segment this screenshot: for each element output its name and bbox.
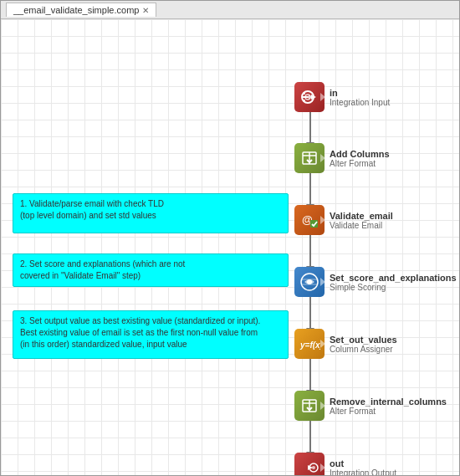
svg-text:y=f(x): y=f(x) (299, 340, 320, 350)
node-set-out-values-label: Set_out_values Column Assigner (330, 335, 397, 354)
node-out-label: out Integration Output (330, 458, 396, 476)
node-set-score-label: Set_score_and_explanations Simple Scorin… (330, 273, 457, 292)
node-validate-email[interactable]: @ Validate_email Validate Email (294, 205, 393, 235)
tab-close-button[interactable]: ✕ (142, 6, 149, 15)
node-add-columns[interactable]: Add Columns Alter Format (294, 143, 390, 173)
title-bar: __email_validate_simple.comp ✕ (1, 1, 459, 19)
svg-point-24 (307, 279, 312, 284)
node-set-out-values[interactable]: y=f(x) Set_out_values Column Assigner (294, 329, 397, 359)
set-score-icon (294, 267, 325, 297)
svg-point-32 (312, 466, 315, 469)
tab[interactable]: __email_validate_simple.comp ✕ (6, 3, 156, 17)
set-out-values-icon: y=f(x) (294, 329, 325, 359)
annotation-1: 1. Validate/parse email with check TLD(t… (13, 193, 289, 233)
node-add-columns-label: Add Columns Alter Format (330, 149, 390, 168)
node-remove-columns[interactable]: Remove_internal_columns Alter Format (294, 391, 447, 421)
annotation-3: 3. Set output value as best existing val… (13, 310, 289, 359)
node-remove-columns-label: Remove_internal_columns Alter Format (330, 397, 447, 416)
node-set-score[interactable]: Set_score_and_explanations Simple Scorin… (294, 267, 457, 297)
tab-label: __email_validate_simple.comp (13, 5, 139, 15)
canvas: 1. Validate/parse email with check TLD(t… (1, 19, 459, 475)
annotation-2: 2. Set score and explanations (which are… (13, 253, 289, 287)
node-integration-out[interactable]: out Integration Output (294, 453, 396, 475)
remove-columns-icon (294, 391, 325, 421)
add-columns-icon (294, 143, 325, 173)
integration-out-icon (294, 453, 325, 475)
main-window: __email_validate_simple.comp ✕ (0, 0, 460, 476)
node-integration-in[interactable]: in Integration Input (294, 82, 390, 112)
integration-in-icon (294, 82, 325, 112)
node-validate-email-label: Validate_email Validate Email (330, 211, 393, 230)
node-in-label: in Integration Input (330, 88, 390, 107)
validate-email-icon: @ (294, 205, 325, 235)
